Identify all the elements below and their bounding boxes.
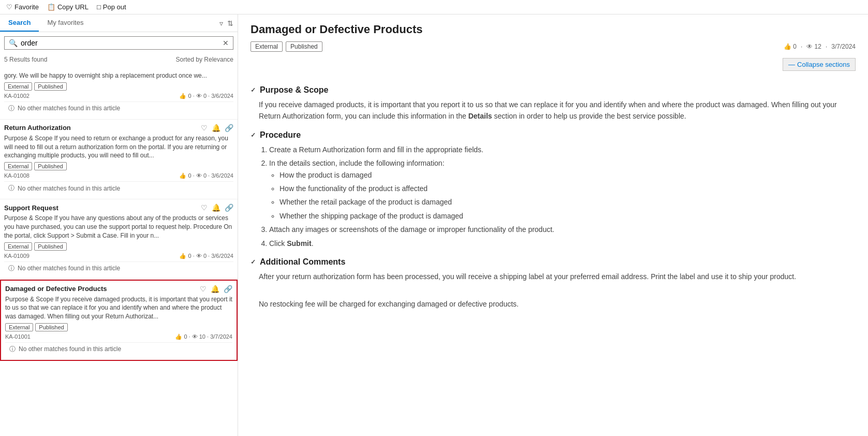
meta-stats: 👍 0 · 👁 0 · 3/6/2024 <box>179 172 233 179</box>
list-item[interactable]: gory. We will be happy to overnight ship… <box>0 65 238 120</box>
copy-icon: 📋 <box>47 3 55 11</box>
list-item-selected[interactable]: Damaged or Defective Products ♡ 🔔 🔗 Purp… <box>0 280 238 361</box>
tab-search[interactable]: Search <box>0 14 39 32</box>
chevron-icon: ✓ <box>251 132 256 139</box>
top-bar: ♡ Favorite 📋 Copy URL □ Pop out <box>0 0 868 14</box>
article-meta-row: External Published 👍 0 · 👁 12 · 3/7/2024 <box>251 41 856 52</box>
section-procedure-content: Create a Return Authorization form and f… <box>259 144 856 249</box>
bookmark-icon[interactable]: 🔔 <box>212 124 220 132</box>
results-count: 5 Results found <box>4 56 47 63</box>
result-title: Return Authorization <box>4 124 71 132</box>
info-icon: ⓘ <box>8 264 14 273</box>
sub-list-item: How the functionality of the product is … <box>279 183 856 194</box>
result-tags: External Published <box>4 242 233 251</box>
bookmark-icon[interactable]: 🔔 <box>212 204 220 212</box>
result-header: Support Request ♡ 🔔 🔗 <box>4 204 233 212</box>
link-icon[interactable]: 🔗 <box>225 204 233 212</box>
result-snippet: Purpose & Scope If you need to return or… <box>4 134 233 160</box>
sub-list-item: How the product is damaged <box>279 169 856 181</box>
main-layout: Search My favorites ▿ ⇅ 🔍 ✕ 5 Results fo… <box>0 14 868 436</box>
link-icon[interactable]: 🔗 <box>224 285 232 293</box>
tag-external: External <box>4 82 32 91</box>
link-icon[interactable]: 🔗 <box>225 124 233 132</box>
tag-published: Published <box>34 82 66 91</box>
result-snippet: Purpose & Scope If you receive damaged p… <box>5 295 232 321</box>
collapse-sections-button[interactable]: ― Collapse sections <box>783 58 856 71</box>
right-panel: Damaged or Defective Products External P… <box>238 14 868 436</box>
tab-favorites[interactable]: My favorites <box>39 14 92 32</box>
no-match: ⓘ No other matches found in this article <box>4 181 233 195</box>
info-icon: ⓘ <box>9 345 16 354</box>
favorite-icon[interactable]: ♡ <box>200 285 207 293</box>
section-comments-heading: Additional Comments <box>260 257 345 267</box>
copy-url-action[interactable]: 📋 Copy URL <box>47 3 89 11</box>
tag-published: Published <box>34 242 66 251</box>
result-actions: ♡ 🔔 🔗 <box>200 285 232 293</box>
meta-stats: 👍 0 · 👁 10 · 3/7/2024 <box>175 333 232 340</box>
list-item[interactable]: Support Request ♡ 🔔 🔗 Purpose & Scope If… <box>0 199 238 279</box>
search-bar: 🔍 ✕ <box>4 36 233 50</box>
sub-list-item: Whether the shipping package of the prod… <box>279 210 856 222</box>
section-procedure-header[interactable]: ✓ Procedure <box>251 130 856 140</box>
favorite-icon[interactable]: ♡ <box>201 124 208 132</box>
article-date: 3/7/2024 <box>831 43 856 50</box>
section-purpose-header[interactable]: ✓ Purpose & Scope <box>251 85 856 95</box>
result-snippet: gory. We will be happy to overnight ship… <box>4 71 233 80</box>
favorite-icon[interactable]: ♡ <box>201 204 208 212</box>
meta-stats: 👍 0 · 👁 0 · 3/6/2024 <box>179 253 233 259</box>
article-tags: External Published <box>251 41 322 52</box>
search-icon: 🔍 <box>9 39 18 47</box>
article-title: Damaged or Defective Products <box>251 23 856 36</box>
results-list: gory. We will be happy to overnight ship… <box>0 65 238 436</box>
list-item: Create a Return Authorization form and f… <box>269 144 856 155</box>
ka-id: KA-01009 <box>4 253 30 259</box>
search-input[interactable] <box>21 39 219 47</box>
no-match: ⓘ No other matches found in this article <box>4 261 233 275</box>
section-comments-header[interactable]: ✓ Additional Comments <box>251 257 856 267</box>
result-title: Damaged or Defective Products <box>5 285 107 293</box>
filter-icon[interactable]: ▿ <box>219 19 223 27</box>
tag-published: Published <box>34 162 66 170</box>
no-match: ⓘ No other matches found in this article <box>4 101 233 115</box>
result-tags: External Published <box>5 323 232 331</box>
procedure-list: Create a Return Authorization form and f… <box>269 144 856 249</box>
popout-action[interactable]: □ Pop out <box>97 3 126 11</box>
article-likes: 👍 0 <box>784 43 797 50</box>
article-views: 👁 12 <box>806 43 821 50</box>
meta-stats: 👍 0 · 👁 0 · 3/6/2024 <box>179 93 233 99</box>
favorite-action[interactable]: ♡ Favorite <box>6 3 39 11</box>
section-purpose-heading: Purpose & Scope <box>260 85 328 95</box>
comments-text-2: No restocking fee will be charged for ex… <box>259 298 856 310</box>
chevron-icon: ✓ <box>251 258 256 266</box>
result-actions: ♡ 🔔 🔗 <box>201 124 233 132</box>
results-info: 5 Results found Sorted by Relevance <box>0 54 238 65</box>
popout-label: Pop out <box>103 3 126 11</box>
sub-list-item: Whether the retail package of the produc… <box>279 196 856 208</box>
comments-text-1: After your return authorization form has… <box>259 271 856 282</box>
left-panel: Search My favorites ▿ ⇅ 🔍 ✕ 5 Results fo… <box>0 14 238 436</box>
list-item: In the details section, include the foll… <box>269 157 856 222</box>
no-match: ⓘ No other matches found in this article <box>5 342 232 356</box>
list-item[interactable]: Return Authorization ♡ 🔔 🔗 Purpose & Sco… <box>0 120 238 199</box>
ka-id: KA-01002 <box>4 93 30 99</box>
article-tag-external: External <box>251 41 283 52</box>
result-title: Support Request <box>4 204 58 212</box>
section-purpose: ✓ Purpose & Scope If you receive damaged… <box>251 85 856 122</box>
result-meta: KA-01002 👍 0 · 👁 0 · 3/6/2024 <box>4 93 233 99</box>
result-snippet: Purpose & Scope If you have any question… <box>4 214 233 240</box>
tab-bar: Search My favorites ▿ ⇅ <box>0 14 238 32</box>
result-header: Return Authorization ♡ 🔔 🔗 <box>4 124 233 132</box>
section-comments-content: After your return authorization form has… <box>259 271 856 310</box>
info-icon: ⓘ <box>8 184 14 193</box>
result-header: Damaged or Defective Products ♡ 🔔 🔗 <box>5 285 232 293</box>
tag-external: External <box>4 242 32 251</box>
sort-icon[interactable]: ⇅ <box>227 19 233 27</box>
result-tags: External Published <box>4 162 233 170</box>
ka-id: KA-01008 <box>4 172 30 179</box>
section-comments: ✓ Additional Comments After your return … <box>251 257 856 310</box>
bookmark-icon[interactable]: 🔔 <box>211 285 219 293</box>
heart-icon: ♡ <box>6 3 12 11</box>
chevron-icon: ✓ <box>251 86 256 94</box>
clear-icon[interactable]: ✕ <box>223 39 229 47</box>
tag-published: Published <box>35 323 67 331</box>
